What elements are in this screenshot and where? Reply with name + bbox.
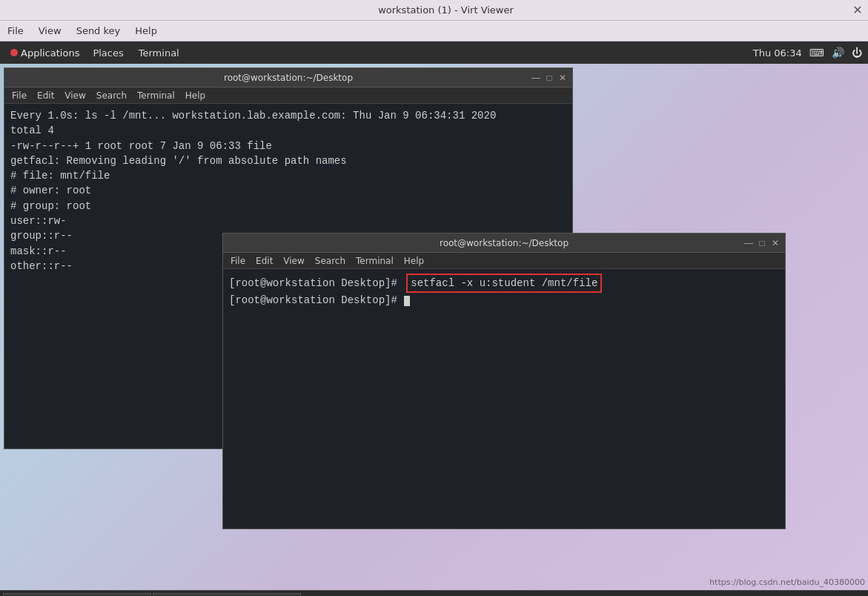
term1-menu-file[interactable]: File (7, 89, 31, 102)
app-menu-bar: File View Send key Help (0, 21, 868, 42)
terminal1-line-8: # group: root (10, 199, 566, 213)
desktop: root@workstation:~/Desktop — □ ✕ File Ed… (0, 64, 868, 596)
terminal1-line-6: # file: mnt/file (10, 168, 566, 183)
title-bar-title: workstation (1) - Virt Viewer (44, 4, 847, 16)
terminal1-close-button[interactable]: ✕ (557, 73, 568, 83)
apps-dot-icon (10, 49, 18, 56)
terminal1-title-bar: root@workstation:~/Desktop — □ ✕ (4, 68, 572, 87)
terminal-button[interactable]: Terminal (133, 46, 185, 60)
taskbar: $ root@workstation:~/Desktop $ root@work… (0, 590, 868, 596)
terminal1-line-7: # owner: root (10, 183, 566, 198)
terminal1-menu-bar: File Edit View Search Terminal Help (4, 87, 572, 104)
terminal2-title: root@workstation:~/Desktop (265, 238, 743, 248)
term2-menu-search[interactable]: Search (311, 254, 350, 268)
terminal1-window-buttons: — □ ✕ (531, 73, 568, 83)
gnome-panel: Applications Places Terminal Thu 06:34 ⌨… (0, 42, 868, 64)
setfacl-command: setfacl -x u:student /mnt/file (406, 274, 602, 293)
terminal1-title: root@workstation:~/Desktop (46, 73, 531, 83)
keyboard-icon[interactable]: ⌨ (809, 47, 824, 59)
terminal2-maximize-button[interactable]: □ (757, 238, 767, 248)
gnome-panel-left: Applications Places Terminal (6, 46, 185, 60)
terminal2-menu-bar: File Edit View Search Terminal Help (223, 253, 785, 269)
terminal2-prompt-1: [root@workstation Desktop]# (229, 277, 397, 289)
terminal2-content: [root@workstation Desktop]# setfacl -x u… (223, 269, 785, 529)
terminal2-minimize-button[interactable]: — (743, 238, 754, 248)
terminal2-prompt-2: [root@workstation Desktop]# (229, 294, 397, 306)
terminal1-minimize-button[interactable]: — (531, 73, 541, 83)
term2-menu-edit[interactable]: Edit (251, 254, 277, 268)
title-bar: workstation (1) - Virt Viewer ✕ (0, 0, 868, 21)
terminal2-close-button[interactable]: ✕ (770, 238, 781, 248)
terminal-window-2: root@workstation:~/Desktop — □ ✕ File Ed… (222, 233, 786, 529)
terminal1-line-4: -rw-r--r--+ 1 root root 7 Jan 9 06:33 fi… (10, 139, 566, 153)
power-icon[interactable]: ⏻ (852, 47, 862, 59)
term1-menu-view[interactable]: View (60, 89, 90, 102)
terminal2-command-highlighted: setfacl -x u:student /mnt/file (406, 277, 602, 289)
term2-menu-terminal[interactable]: Terminal (351, 254, 398, 268)
terminal1-line-1: Every 1.0s: ls -l /mnt... workstation.la… (10, 108, 566, 123)
terminal2-window-buttons: — □ ✕ (743, 238, 781, 248)
term2-menu-file[interactable]: File (226, 254, 250, 268)
menu-file[interactable]: File (0, 21, 31, 41)
terminal2-cursor (404, 296, 410, 306)
menu-view[interactable]: View (31, 21, 69, 41)
terminal1-maximize-button[interactable]: □ (544, 73, 554, 83)
terminal1-line-3: total 4 (10, 123, 566, 138)
term1-menu-search[interactable]: Search (92, 89, 131, 102)
menu-help[interactable]: Help (127, 21, 165, 41)
menu-send-key[interactable]: Send key (69, 21, 128, 41)
taskbar-button-2[interactable]: $ root@workstation:~/Desktop (153, 593, 301, 597)
terminal1-line-9: user::rw- (10, 213, 566, 228)
term2-menu-view[interactable]: View (279, 254, 308, 268)
volume-icon[interactable]: 🔊 (832, 47, 844, 59)
term2-menu-help[interactable]: Help (400, 254, 428, 268)
gnome-panel-right: Thu 06:34 ⌨ 🔊 ⏻ (753, 47, 862, 59)
terminal1-line-5: getfacl: Removing leading '/' from absol… (10, 153, 566, 168)
terminal2-command-line-2: [root@workstation Desktop]# (229, 293, 779, 308)
taskbar-button-1[interactable]: $ root@workstation:~/Desktop (3, 593, 151, 597)
title-bar-close-button[interactable]: ✕ (847, 0, 868, 21)
url-hint: https://blog.csdn.net/baidu_40380000 (709, 577, 865, 587)
terminal2-command-line-1: [root@workstation Desktop]# setfacl -x u… (229, 274, 779, 293)
term1-menu-help[interactable]: Help (181, 89, 210, 102)
term1-menu-edit[interactable]: Edit (33, 89, 59, 102)
term1-menu-terminal[interactable]: Terminal (133, 89, 179, 102)
applications-label: Applications (21, 47, 79, 59)
gnome-clock: Thu 06:34 (753, 47, 802, 59)
places-button[interactable]: Places (87, 46, 129, 60)
terminal2-title-bar: root@workstation:~/Desktop — □ ✕ (223, 234, 785, 253)
applications-button[interactable]: Applications (6, 46, 84, 60)
